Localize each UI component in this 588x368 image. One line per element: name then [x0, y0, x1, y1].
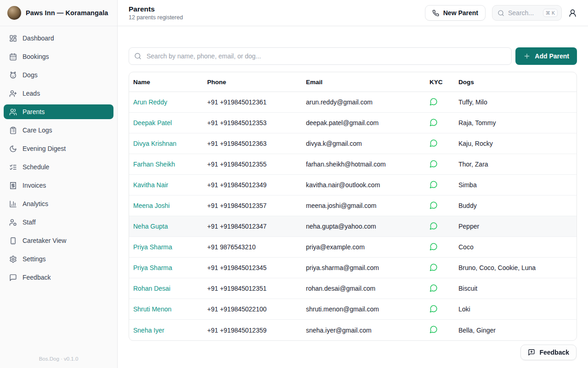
whatsapp-chat-icon[interactable] [430, 180, 438, 189]
sidebar-item-dashboard[interactable]: Dashboard [4, 31, 113, 46]
table-row: Arun Reddy +91 +919845012361 arun.reddy@… [129, 92, 577, 113]
sidebar-item-label: Settings [23, 255, 46, 263]
whatsapp-chat-icon[interactable] [430, 98, 438, 106]
whatsapp-chat-icon[interactable] [430, 284, 438, 292]
whatsapp-chat-icon[interactable] [430, 222, 438, 230]
parent-search-input[interactable] [129, 47, 512, 65]
table-row: Deepak Patel +91 +919845012353 deepak.pa… [129, 113, 577, 133]
parent-dogs: Coco [458, 243, 572, 251]
parent-email: priya.sharma@gmail.com [306, 264, 430, 271]
parent-phone: +91 9876543210 [207, 243, 306, 251]
account-icon[interactable] [568, 9, 577, 17]
parent-phone: +91 +919845012359 [207, 327, 306, 334]
clipboard-icon [9, 126, 17, 134]
search-icon [134, 52, 141, 60]
sidebar-item-staff[interactable]: Staff [4, 215, 113, 230]
parent-phone: +91 +919845012345 [207, 264, 306, 271]
table-header-row: Name Phone Email KYC Dogs [129, 72, 577, 92]
table-row: Sneha Iyer +91 +919845012359 sneha.iyer@… [129, 320, 577, 340]
parent-dogs: Simba [458, 181, 572, 189]
sidebar-item-settings[interactable]: Settings [4, 252, 113, 266]
parent-name-link[interactable]: Kavitha Nair [133, 181, 168, 189]
parent-email: arun.reddy@gmail.com [306, 98, 430, 106]
dog-icon [9, 71, 17, 79]
whatsapp-chat-icon[interactable] [430, 118, 438, 126]
parent-name-link[interactable]: Priya Sharma [133, 264, 172, 271]
whatsapp-chat-icon[interactable] [430, 242, 438, 251]
phone-icon [432, 10, 439, 17]
sidebar-item-bookings[interactable]: Bookings [4, 49, 113, 64]
parent-phone: +91 +919845012355 [207, 161, 306, 168]
sidebar-item-schedule[interactable]: Schedule [4, 160, 113, 174]
user-plus-icon [9, 90, 17, 98]
smartphone-icon [9, 237, 17, 245]
parent-search [129, 47, 512, 65]
global-search[interactable]: Search... ⌘ K [492, 5, 562, 21]
brand-title: Paws Inn — Koramangala [26, 9, 108, 17]
sidebar-item-invoices[interactable]: Invoices [4, 178, 113, 193]
parent-phone: +91 +919845012351 [207, 285, 306, 292]
parent-email: farhan.sheikh@hotmail.com [306, 161, 430, 168]
parent-email: priya@example.com [306, 243, 430, 251]
sidebar-item-label: Bookings [23, 53, 49, 60]
global-search-placeholder: Search... [508, 9, 539, 17]
sidebar-item-evening-digest[interactable]: Evening Digest [4, 141, 113, 156]
new-parent-label: New Parent [443, 9, 478, 17]
parent-name-link[interactable]: Neha Gupta [133, 223, 168, 230]
feedback-button[interactable]: Feedback [520, 345, 577, 360]
parent-email: meena.joshi@gmail.com [306, 202, 430, 209]
whatsapp-chat-icon[interactable] [430, 139, 438, 147]
calendar-icon [9, 53, 17, 61]
parent-dogs: Buddy [458, 202, 572, 209]
column-header-email: Email [306, 79, 430, 86]
parent-name-link[interactable]: Arun Reddy [133, 98, 167, 106]
sidebar-item-feedback[interactable]: Feedback [4, 270, 113, 285]
add-parent-label: Add Parent [535, 52, 569, 60]
sidebar-item-parents[interactable]: Parents [4, 104, 113, 119]
sidebar-item-leads[interactable]: Leads [4, 86, 113, 101]
gear-icon [9, 255, 17, 263]
sidebar-item-dogs[interactable]: Dogs [4, 68, 113, 82]
bar-chart-icon [9, 200, 17, 208]
parent-name-link[interactable]: Divya Krishnan [133, 140, 176, 147]
parent-name-link[interactable]: Rohan Desai [133, 285, 170, 292]
table-row: Priya Sharma +91 9876543210 priya@exampl… [129, 237, 577, 258]
sidebar-item-analytics[interactable]: Analytics [4, 196, 113, 211]
sidebar-item-care-logs[interactable]: Care Logs [4, 123, 113, 138]
parent-dogs: Tuffy, Milo [458, 98, 572, 106]
brand-avatar [7, 6, 21, 20]
parent-name-link[interactable]: Deepak Patel [133, 119, 172, 126]
page-head: Parents 12 parents registered [129, 5, 183, 21]
whatsapp-chat-icon[interactable] [430, 201, 438, 209]
parent-dogs: Bella, Ginger [458, 327, 572, 334]
dashboard-icon [9, 34, 17, 42]
whatsapp-chat-icon[interactable] [430, 263, 438, 271]
sidebar-item-caretaker-view[interactable]: Caretaker View [4, 233, 113, 248]
add-parent-button[interactable]: Add Parent [515, 47, 577, 65]
table-row: Kavitha Nair +91 +919845012349 kavitha.n… [129, 175, 577, 196]
parent-email: rohan.desai@gmail.com [306, 285, 430, 292]
table-row: Divya Krishnan +91 +919845012363 divya.k… [129, 133, 577, 154]
parent-phone: +91 +919845012361 [207, 98, 306, 106]
parent-phone: +91 +919845012357 [207, 202, 306, 209]
parent-name-link[interactable]: Sneha Iyer [133, 327, 164, 334]
parent-dogs: Thor, Zara [458, 161, 572, 168]
parent-name-link[interactable]: Priya Sharma [133, 243, 172, 251]
parent-name-link[interactable]: Meena Joshi [133, 202, 170, 209]
whatsapp-chat-icon[interactable] [430, 305, 438, 313]
sidebar-item-label: Dashboard [23, 34, 54, 42]
table-row: Farhan Sheikh +91 +919845012355 farhan.s… [129, 154, 577, 175]
feedback-label: Feedback [539, 349, 569, 356]
parent-name-link[interactable]: Farhan Sheikh [133, 161, 175, 168]
whatsapp-chat-icon[interactable] [430, 160, 438, 168]
parent-phone: +91 +919845022100 [207, 305, 306, 313]
parent-dogs: Pepper [458, 223, 572, 230]
parent-dogs: Loki [458, 305, 572, 313]
new-parent-button[interactable]: New Parent [425, 5, 486, 21]
whatsapp-chat-icon[interactable] [430, 325, 438, 334]
page-title: Parents [129, 5, 183, 13]
parent-name-link[interactable]: Shruti Menon [133, 305, 171, 313]
sidebar-item-label: Parents [23, 108, 45, 115]
topbar-actions: New Parent Search... ⌘ K [425, 5, 577, 21]
staff-icon [9, 218, 17, 226]
